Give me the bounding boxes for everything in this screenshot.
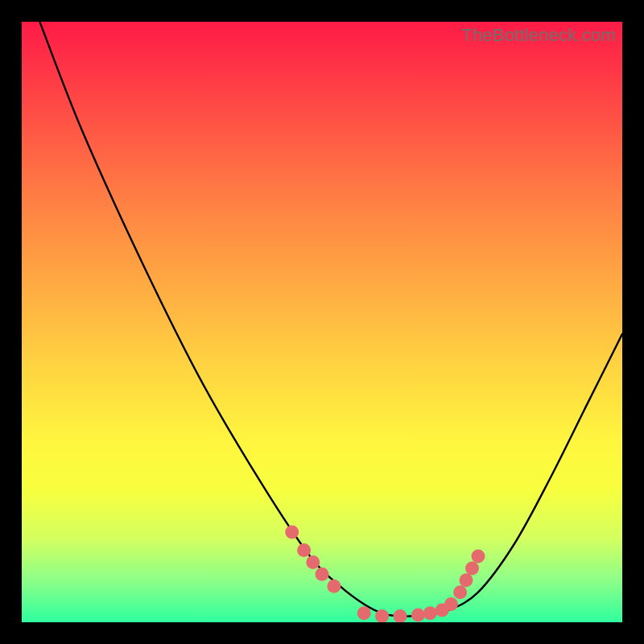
highlight-dot	[423, 606, 437, 620]
bottleneck-curve	[39, 22, 622, 617]
highlight-dot	[411, 609, 425, 622]
highlight-dot	[460, 573, 473, 587]
highlight-dot	[472, 549, 485, 563]
highlight-dot	[444, 597, 458, 611]
highlight-dot	[285, 526, 299, 539]
highlight-dot	[465, 561, 479, 575]
highlight-dot	[394, 609, 407, 622]
chart-frame: TheBottleneck.com	[0, 0, 644, 644]
highlight-dots	[285, 526, 485, 622]
curve-svg	[22, 22, 622, 622]
highlight-dot	[297, 543, 311, 557]
plot-area: TheBottleneck.com	[22, 22, 622, 622]
highlight-dot	[453, 585, 467, 599]
highlight-dot	[306, 555, 320, 569]
highlight-dot	[316, 568, 329, 581]
highlight-dot	[327, 580, 341, 593]
highlight-dot	[357, 606, 371, 620]
